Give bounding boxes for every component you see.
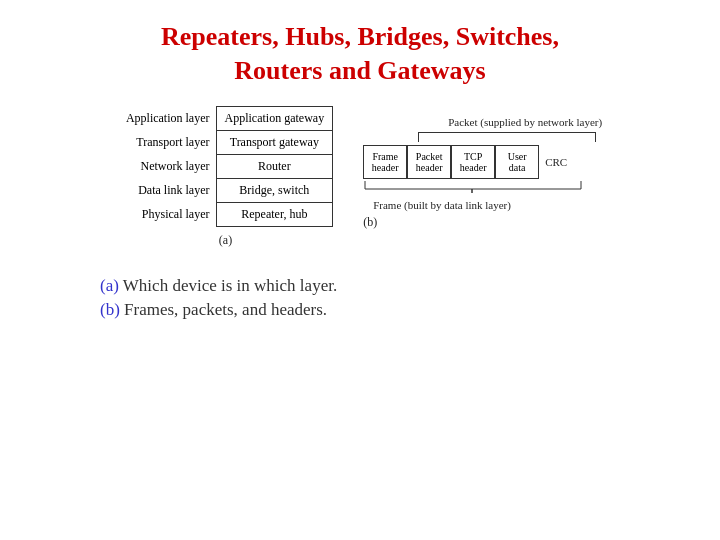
packet-bracket-line [418,132,596,142]
layer-name-cell: Application layer [118,106,216,130]
packet-header-cell: Packetheader [407,145,451,179]
packet-bracket-area: Packet (supplied by network layer) [418,116,602,143]
table-row: Data link layerBridge, switch [118,178,333,202]
caption-a: (a) Which device is in which layer. [100,276,680,296]
device-cell: Repeater, hub [216,202,333,226]
page-container: Repeaters, Hubs, Bridges, Switches, Rout… [0,0,720,540]
caption-a-label: (a) [100,276,119,295]
table-row: Transport layerTransport gateway [118,130,333,154]
layer-name-cell: Physical layer [118,202,216,226]
device-cell: Application gateway [216,106,333,130]
layer-table: Application layerApplication gatewayTran… [118,106,333,227]
packet-label: Packet (supplied by network layer) [448,116,602,128]
caption-b: (b) Frames, packets, and headers. [100,300,680,320]
page-title: Repeaters, Hubs, Bridges, Switches, Rout… [161,20,559,88]
user-data-cell: Userdata [495,145,539,179]
frame-bottom-area: Frame (built by data link layer) [363,179,583,211]
tcp-header-cell: TCPheader [451,145,495,179]
device-cell: Bridge, switch [216,178,333,202]
table-row: Network layerRouter [118,154,333,178]
table-row: Application layerApplication gateway [118,106,333,130]
layer-name-cell: Network layer [118,154,216,178]
diagram-a: Application layerApplication gatewayTran… [118,106,333,248]
layer-name-cell: Transport layer [118,130,216,154]
table-row: Physical layerRepeater, hub [118,202,333,226]
frame-header-cell: Frameheader [363,145,407,179]
caption-b-text: Frames, packets, and headers. [124,300,327,319]
diagram-b-label: (b) [363,215,377,230]
layer-name-cell: Data link layer [118,178,216,202]
device-cell: Router [216,154,333,178]
frame-row: Frameheader Packetheader TCPheader Userd… [363,145,567,179]
caption-b-label: (b) [100,300,120,319]
crc-label: CRC [545,156,567,168]
frame-under-brace-svg [363,179,583,193]
diagram-b: Packet (supplied by network layer) Frame… [363,106,602,230]
diagrams-row: Application layerApplication gatewayTran… [40,106,680,248]
diagram-a-label: (a) [219,233,232,248]
title-line1: Repeaters, Hubs, Bridges, Switches, [161,22,559,51]
caption-a-text: Which device is in which layer. [123,276,337,295]
captions: (a) Which device is in which layer. (b) … [40,276,680,320]
frame-built-label: Frame (built by data link layer) [373,199,511,211]
device-cell: Transport gateway [216,130,333,154]
title-line2: Routers and Gateways [234,56,485,85]
